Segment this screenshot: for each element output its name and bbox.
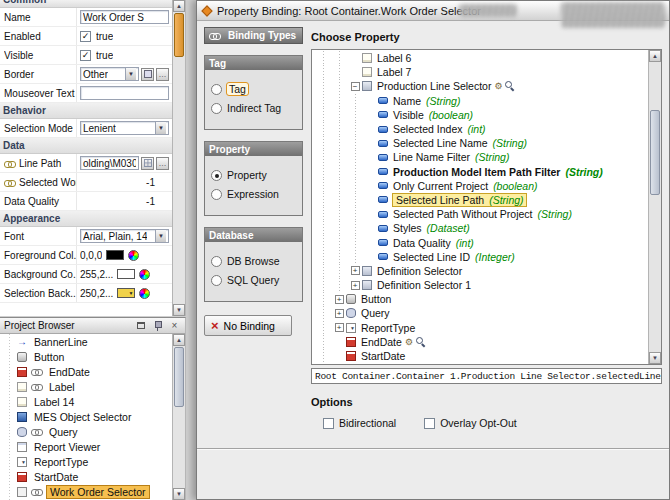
option-overlay-opt-out[interactable]: Overlay Opt-Out <box>424 417 516 429</box>
checkbox[interactable]: ✓ <box>80 31 91 42</box>
dots-button[interactable]: … <box>156 68 169 81</box>
tree-node-enddate[interactable]: EndDate⚙ <box>312 335 648 349</box>
tree-node-reporttype[interactable]: +ReportType <box>312 321 648 335</box>
color-wheel-icon[interactable] <box>139 269 150 280</box>
project-item-label-14[interactable]: Label 14 <box>0 394 172 409</box>
expander-plus-icon[interactable]: + <box>351 266 360 275</box>
tree-node-data-quality[interactable]: Data Quality(int) <box>312 235 648 249</box>
selected-path-field[interactable]: Root Container.Container 1.Production Li… <box>311 368 662 384</box>
tree-node-styles[interactable]: Styles(Dataset) <box>312 221 648 235</box>
expander-plus-icon[interactable]: + <box>351 281 360 290</box>
tree-node-button[interactable]: +Button <box>312 292 648 306</box>
tree-node-visible[interactable]: Visible(boolean) <box>312 108 648 122</box>
tree-node-production-line-selector[interactable]: −Production Line Selector⚙ <box>312 79 648 93</box>
checkbox-icon[interactable] <box>424 418 435 429</box>
radio-icon[interactable] <box>211 256 222 267</box>
text-field[interactable]: Work Order S <box>80 10 169 24</box>
tree-node-selected-line-id[interactable]: Selected Line ID(Integer) <box>312 250 648 264</box>
radio-option-property[interactable]: Property <box>211 169 296 181</box>
property-scrollbar[interactable]: ▲ ▼ <box>172 0 185 316</box>
scroll-up-icon[interactable]: ▲ <box>173 0 185 12</box>
property-tree-box: Label 6Label 7−Production Line Selector⚙… <box>311 49 662 365</box>
tree-node-label-6[interactable]: Label 6 <box>312 51 648 65</box>
project-item-report-viewer[interactable]: Report Viewer <box>0 439 172 454</box>
expander-minus-icon[interactable]: − <box>351 82 360 91</box>
scroll-down-icon[interactable]: ▼ <box>173 488 185 500</box>
tree-node-label-7[interactable]: Label 7 <box>312 65 648 79</box>
radio-icon[interactable] <box>211 189 222 200</box>
checkbox-icon[interactable] <box>323 418 334 429</box>
tree-node-startdate[interactable]: StartDate <box>312 349 648 363</box>
scrollbar-thumb[interactable] <box>174 347 184 407</box>
scrollbar-thumb[interactable] <box>650 110 660 195</box>
color-swatch[interactable]: ▼ <box>117 288 135 298</box>
scroll-down-icon[interactable]: ▼ <box>649 352 661 364</box>
link-icon <box>31 382 43 391</box>
tree-node-selected-line-path[interactable]: Selected Line Path(String) <box>312 193 648 207</box>
project-item-reporttype[interactable]: ReportType <box>0 454 172 469</box>
project-item-query[interactable]: Query <box>0 424 172 439</box>
radio-option-db-browse[interactable]: DB Browse <box>211 255 296 267</box>
scroll-up-icon[interactable]: ▲ <box>649 50 661 62</box>
radio-option-sql-query[interactable]: SQL Query <box>211 274 296 286</box>
scrollbar-thumb[interactable] <box>174 13 184 57</box>
project-browser-title: Project Browser <box>4 320 130 331</box>
tree-node-selected-path-without-project[interactable]: Selected Path Without Project(String) <box>312 207 648 221</box>
no-binding-button[interactable]: No Binding <box>204 315 292 336</box>
radio-icon[interactable] <box>211 84 222 95</box>
color-swatch[interactable] <box>106 250 124 260</box>
checkbox[interactable]: ✓ <box>80 50 91 61</box>
radio-option-indirect-tag[interactable]: Indirect Tag <box>211 102 296 114</box>
scroll-up-icon[interactable]: ▲ <box>173 334 185 346</box>
tree-node-only-current-project[interactable]: Only Current Project(boolean) <box>312 179 648 193</box>
radio-icon[interactable] <box>211 170 222 181</box>
property-label: Selection Mode <box>4 123 76 134</box>
float-button[interactable] <box>134 319 147 332</box>
radio-option-tag[interactable]: Tag <box>211 83 296 95</box>
text-field[interactable]: olding\M030 <box>80 156 139 170</box>
color-swatch[interactable] <box>117 269 135 279</box>
project-item-work-order-selector[interactable]: Work Order Selector <box>0 484 172 499</box>
color-wheel-icon[interactable] <box>139 288 150 299</box>
color-wheel-icon[interactable] <box>128 250 139 261</box>
tree-node-query[interactable]: +Query <box>312 306 648 320</box>
grid-button[interactable] <box>141 157 154 170</box>
project-item-label[interactable]: Label <box>0 379 172 394</box>
project-item-button[interactable]: Button <box>0 349 172 364</box>
scroll-down-icon[interactable]: ▼ <box>173 304 185 316</box>
tree-node-selected-index[interactable]: Selected Index(int) <box>312 122 648 136</box>
link-icon <box>4 159 16 168</box>
property-row-line-path: Line Patholding\M030… <box>0 154 172 173</box>
dropdown[interactable]: Lenient▼ <box>80 121 169 135</box>
tree-node-line-name-filter[interactable]: Line Name Filter(String) <box>312 150 648 164</box>
tree-node-selected-line-name[interactable]: Selected Line Name(String) <box>312 136 648 150</box>
tree-node-definition-selector-1[interactable]: +Definition Selector 1 <box>312 278 648 292</box>
dots-button[interactable]: … <box>156 157 169 170</box>
project-item-bannerline[interactable]: →BannerLine <box>0 334 172 349</box>
dropdown[interactable]: Arial, Plain, 14▼ <box>80 229 169 243</box>
text-field[interactable] <box>80 86 169 100</box>
project-item-enddate[interactable]: EndDate <box>0 364 172 379</box>
close-button[interactable]: × <box>168 319 181 332</box>
tree-node-name[interactable]: Name(String) <box>312 94 648 108</box>
link-icon <box>31 427 43 436</box>
dropdown[interactable]: Other▼ <box>80 67 139 81</box>
pin-button[interactable] <box>151 319 164 332</box>
option-bidirectional[interactable]: Bidirectional <box>323 417 396 429</box>
expander-plus-icon[interactable]: + <box>335 295 344 304</box>
tree-node-production-model-item-path-filter[interactable]: Production Model Item Path Filter(String… <box>312 165 648 179</box>
radio-icon[interactable] <box>211 103 222 114</box>
project-scrollbar[interactable]: ▲ ▼ <box>172 334 185 500</box>
expander-plus-icon[interactable]: + <box>335 323 344 332</box>
radio-icon[interactable] <box>211 275 222 286</box>
square-button[interactable] <box>141 68 154 81</box>
wrench-icon: ⚙ <box>405 337 413 347</box>
project-item-startdate[interactable]: StartDate <box>0 469 172 484</box>
label-icon <box>17 382 27 392</box>
tree-scrollbar[interactable]: ▲ ▼ <box>648 50 661 364</box>
expander-plus-icon[interactable]: + <box>335 309 344 318</box>
tree-node-definition-selector[interactable]: +Definition Selector <box>312 264 648 278</box>
project-item-mes-object-selector[interactable]: MES Object Selector <box>0 409 172 424</box>
radio-option-expression[interactable]: Expression <box>211 188 296 200</box>
property-row-enabled: Enabled✓true <box>0 27 172 46</box>
